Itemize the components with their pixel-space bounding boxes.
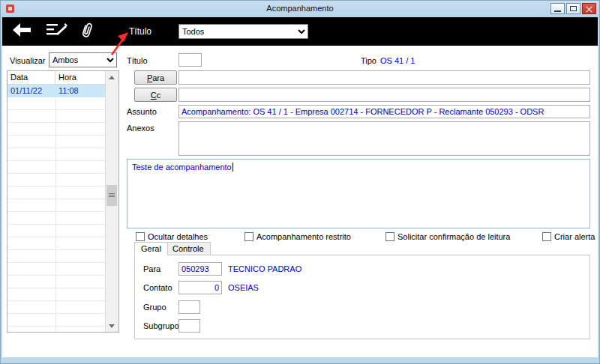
checkbox-icon [136,232,145,241]
geral-para-input[interactable] [178,262,222,276]
minimize-icon [554,10,561,12]
subgrupo-label: Subgrupo [143,321,179,330]
contato-label: Contato [143,283,172,292]
scrollbar-down-button[interactable] [106,320,118,332]
list-scrollbar[interactable] [105,71,118,332]
text-cursor [232,163,233,172]
row-hora-cell: 11:08 [56,85,106,97]
tipo-value: OS 41 / 1 [380,56,415,65]
geral-para-label: Para [143,264,160,273]
close-icon [586,6,592,12]
titulo-label: Título [127,56,148,65]
column-divider [56,85,56,332]
history-row-selected[interactable]: 01/11/22 11:08 [8,85,106,97]
checkbox-ocultar-detalhes[interactable]: Ocultar detalhes [136,231,208,242]
minimize-button[interactable] [550,3,565,14]
titulo-filter-select[interactable]: Todos [178,24,308,39]
history-list-header: Data Hora [8,71,106,85]
tab-geral[interactable]: Geral [134,242,168,255]
toolbar-titulo-label: Título [129,26,152,37]
back-button[interactable] [11,22,32,40]
arrow-up-icon [109,76,115,79]
checkbox-criar-alerta[interactable]: Criar alerta [542,231,595,242]
checkbox-label: Acompanhamento restrito [256,232,351,241]
compose-button[interactable] [46,22,68,40]
anexos-box[interactable] [178,121,590,156]
paperclip-icon [79,31,95,43]
para-input[interactable] [178,70,590,85]
message-body-text: Teste de acompanhamento [132,163,232,172]
content-area: Visualizar Ambos Data Hora 01/11/22 11:0… [2,46,598,357]
anexos-label: Anexos [127,124,154,133]
geral-para-name: TECNICO PADRAO [228,264,302,273]
titulo-input[interactable] [178,53,202,67]
compose-list-icon [46,29,68,40]
cc-input[interactable] [178,88,590,102]
app-window: Acompanhamento [0,0,600,364]
history-list: Data Hora 01/11/22 11:08 [7,70,119,333]
subgrupo-input[interactable] [178,319,200,333]
checkbox-confirmacao-leitura[interactable]: Solicitar confirmação de leitura [386,231,510,242]
checkbox-icon [542,232,551,241]
scrollbar-thumb[interactable] [106,185,117,206]
checkbox-acompanhamento-restrito[interactable]: Acompanhamento restrito [244,231,351,242]
window-controls [550,3,596,14]
para-button[interactable]: Para [134,70,177,85]
contato-input[interactable] [178,281,222,294]
maximize-button[interactable] [566,3,580,14]
contato-name: OSEIAS [228,283,259,292]
checkbox-icon [386,232,394,241]
window-title: Acompanhamento [1,4,599,13]
close-button[interactable] [582,3,596,14]
back-icon [11,29,32,40]
grupo-label: Grupo [143,303,166,312]
cc-button[interactable]: Cc [134,88,177,102]
visualizar-label: Visualizar [10,56,46,65]
scrollbar-up-button[interactable] [106,71,118,83]
assunto-input[interactable] [178,105,590,118]
message-body[interactable]: Teste de acompanhamento [127,159,590,228]
tipo-label: Tipo [361,56,376,65]
tab-controle[interactable]: Controle [166,242,211,255]
checkbox-icon [244,232,254,241]
history-rows: 01/11/22 11:08 [8,85,106,332]
column-header-hora[interactable]: Hora [56,71,106,85]
arrow-down-icon [109,324,115,328]
grupo-input[interactable] [178,300,200,314]
attachment-button[interactable] [79,22,95,43]
column-header-data[interactable]: Data [8,71,56,85]
window-bottom-frame [1,357,599,363]
checkbox-label: Ocultar detalhes [148,232,208,241]
checkbox-label: Criar alerta [554,232,595,241]
assunto-label: Assunto [127,107,157,116]
toolbar: Título Todos [2,17,598,46]
titlebar: Acompanhamento [1,1,599,17]
row-data-cell: 01/11/22 [8,85,56,97]
checkbox-label: Solicitar confirmação de leitura [398,232,510,241]
visualizar-select[interactable]: Ambos [49,52,117,67]
maximize-icon [570,6,577,11]
thumb-grip-icon [109,193,115,197]
